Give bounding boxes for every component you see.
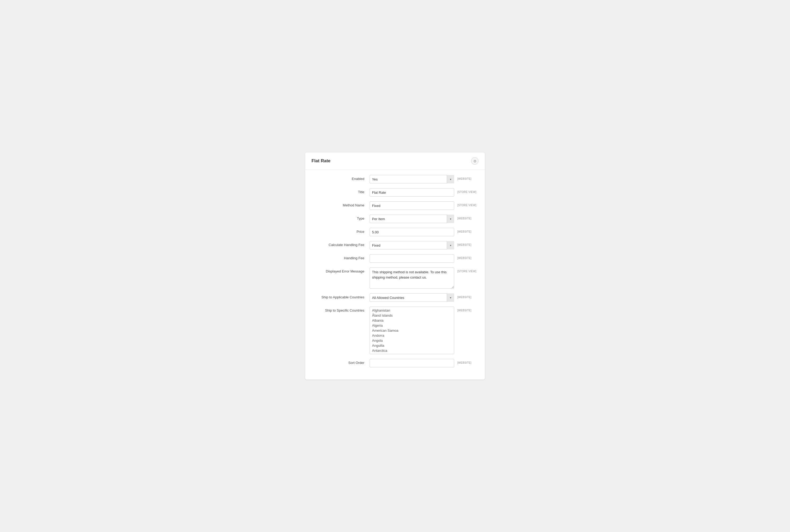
method-name-control-wrap: [STORE VIEW] <box>370 202 479 210</box>
panel-header: Flat Rate ⊙ <box>305 152 485 170</box>
handling-fee-control-wrap: [WEBSITE] <box>370 254 479 263</box>
title-label: Title <box>311 188 370 194</box>
ship-specific-countries-row: Ship to Specific Countries Afghanistan Å… <box>311 307 479 354</box>
flat-rate-panel: Flat Rate ⊙ Enabled Yes No ▾ [WEBSITE] T… <box>305 152 485 380</box>
enabled-label: Enabled <box>311 175 370 181</box>
sort-order-control-wrap: [WEBSITE] <box>370 359 479 367</box>
calculate-handling-fee-row: Calculate Handling Fee Fixed Percent ▾ [… <box>311 241 479 249</box>
method-name-scope: [STORE VIEW] <box>457 202 479 207</box>
panel-body: Enabled Yes No ▾ [WEBSITE] Title [STORE … <box>305 170 485 380</box>
price-scope: [WEBSITE] <box>457 228 479 233</box>
error-message-textarea[interactable]: This shipping method is not available. T… <box>370 267 454 289</box>
calculate-handling-fee-label: Calculate Handling Fee <box>311 241 370 247</box>
type-control-wrap: Per Item Per Order ▾ [WEBSITE] <box>370 214 479 223</box>
sort-order-row: Sort Order [WEBSITE] <box>311 359 479 367</box>
price-row: Price [WEBSITE] <box>311 228 479 236</box>
error-message-control-wrap: This shipping method is not available. T… <box>370 267 479 289</box>
enabled-row: Enabled Yes No ▾ [WEBSITE] <box>311 175 479 184</box>
price-input[interactable] <box>370 228 454 236</box>
error-message-row: Displayed Error Message This shipping me… <box>311 267 479 289</box>
title-control-wrap: [STORE VIEW] <box>370 188 479 197</box>
enabled-select-wrap: Yes No ▾ <box>370 175 454 184</box>
title-input[interactable] <box>370 188 454 197</box>
price-control-wrap: [WEBSITE] <box>370 228 479 236</box>
enabled-select[interactable]: Yes No <box>370 175 454 184</box>
method-name-input[interactable] <box>370 202 454 210</box>
enabled-scope: [WEBSITE] <box>457 175 479 180</box>
ship-specific-countries-scope: [WEBSITE] <box>457 307 479 312</box>
ship-applicable-countries-label: Ship to Applicable Countries <box>311 293 370 299</box>
sort-order-scope: [WEBSITE] <box>457 359 479 364</box>
handling-fee-row: Handling Fee [WEBSITE] <box>311 254 479 263</box>
price-label: Price <box>311 228 370 234</box>
type-row: Type Per Item Per Order ▾ [WEBSITE] <box>311 214 479 223</box>
calculate-handling-fee-select-wrap: Fixed Percent ▾ <box>370 241 454 249</box>
handling-fee-label: Handling Fee <box>311 254 370 260</box>
ship-specific-countries-label: Ship to Specific Countries <box>311 307 370 312</box>
type-select-wrap: Per Item Per Order ▾ <box>370 214 454 223</box>
title-row: Title [STORE VIEW] <box>311 188 479 197</box>
panel-title: Flat Rate <box>311 158 330 164</box>
handling-fee-input[interactable] <box>370 254 454 263</box>
calculate-handling-fee-control-wrap: Fixed Percent ▾ [WEBSITE] <box>370 241 479 249</box>
calculate-handling-fee-scope: [WEBSITE] <box>457 241 479 246</box>
ship-applicable-countries-select[interactable]: All Allowed Countries Specific Countries <box>370 293 454 302</box>
handling-fee-scope: [WEBSITE] <box>457 254 479 260</box>
method-name-row: Method Name [STORE VIEW] <box>311 202 479 210</box>
sort-order-label: Sort Order <box>311 359 370 365</box>
error-message-scope: [STORE VIEW] <box>457 267 479 273</box>
type-scope: [WEBSITE] <box>457 214 479 220</box>
type-select[interactable]: Per Item Per Order <box>370 214 454 223</box>
error-message-label: Displayed Error Message <box>311 267 370 273</box>
calculate-handling-fee-select[interactable]: Fixed Percent <box>370 241 454 249</box>
sort-order-input[interactable] <box>370 359 454 367</box>
collapse-button[interactable]: ⊙ <box>471 157 479 165</box>
enabled-control-wrap: Yes No ▾ [WEBSITE] <box>370 175 479 184</box>
ship-applicable-countries-control-wrap: All Allowed Countries Specific Countries… <box>370 293 479 302</box>
ship-applicable-countries-scope: [WEBSITE] <box>457 293 479 299</box>
ship-applicable-countries-row: Ship to Applicable Countries All Allowed… <box>311 293 479 302</box>
title-scope: [STORE VIEW] <box>457 188 479 193</box>
ship-specific-countries-control-wrap: Afghanistan Åland Islands Albania Algeri… <box>370 307 479 354</box>
method-name-label: Method Name <box>311 202 370 207</box>
ship-specific-countries-listbox[interactable]: Afghanistan Åland Islands Albania Algeri… <box>370 307 454 354</box>
type-label: Type <box>311 214 370 221</box>
ship-applicable-countries-select-wrap: All Allowed Countries Specific Countries… <box>370 293 454 302</box>
